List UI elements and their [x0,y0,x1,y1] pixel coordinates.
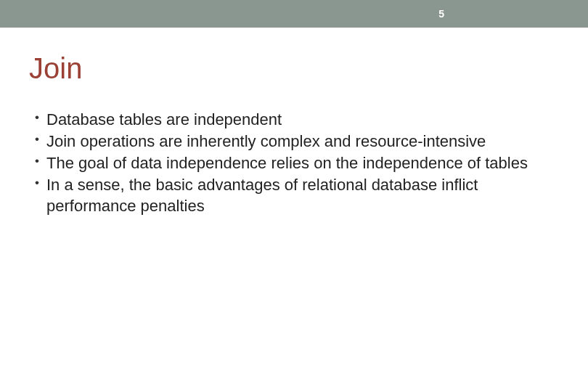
bullet-list: Database tables are independent Join ope… [29,110,559,216]
slide-title: Join [29,52,559,85]
header-bar: 5 [0,0,588,28]
slide-content: Join Database tables are independent Joi… [0,28,588,216]
bullet-item: In a sense, the basic advantages of rela… [35,175,559,216]
bullet-item: Database tables are independent [35,110,559,130]
bullet-item: Join operations are inherently complex a… [35,131,559,152]
bullet-item: The goal of data independence relies on … [35,153,559,173]
page-number: 5 [438,8,444,20]
